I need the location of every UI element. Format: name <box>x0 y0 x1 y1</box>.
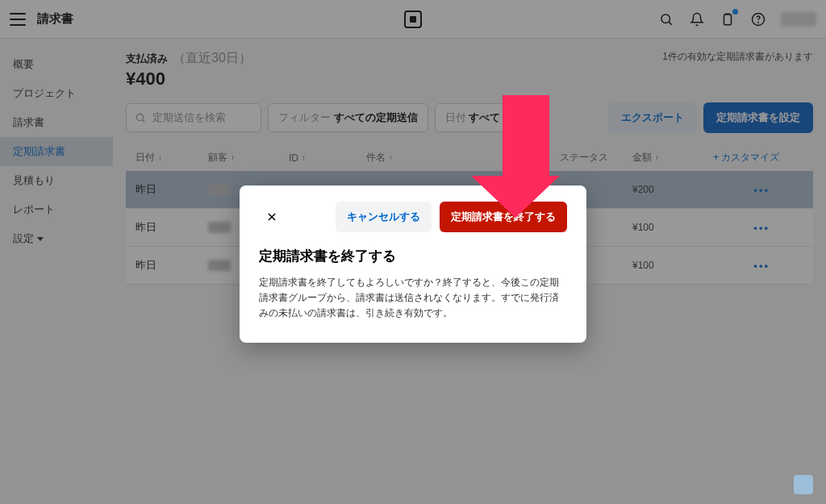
close-button[interactable] <box>259 204 285 230</box>
confirm-dialog: キャンセルする 定期請求書を終了する 定期請求書を終了する 定期請求書を終了して… <box>240 185 586 343</box>
floating-help-icon[interactable] <box>794 475 813 494</box>
modal-title: 定期請求書を終了する <box>259 247 567 265</box>
end-recurring-button[interactable]: 定期請求書を終了する <box>440 202 567 232</box>
modal-body: 定期請求書を終了してもよろしいですか？終了すると、今後この定期請求書グループから… <box>259 275 567 322</box>
cancel-button[interactable]: キャンセルする <box>336 202 432 232</box>
modal-overlay: キャンセルする 定期請求書を終了する 定期請求書を終了する 定期請求書を終了して… <box>0 0 826 504</box>
